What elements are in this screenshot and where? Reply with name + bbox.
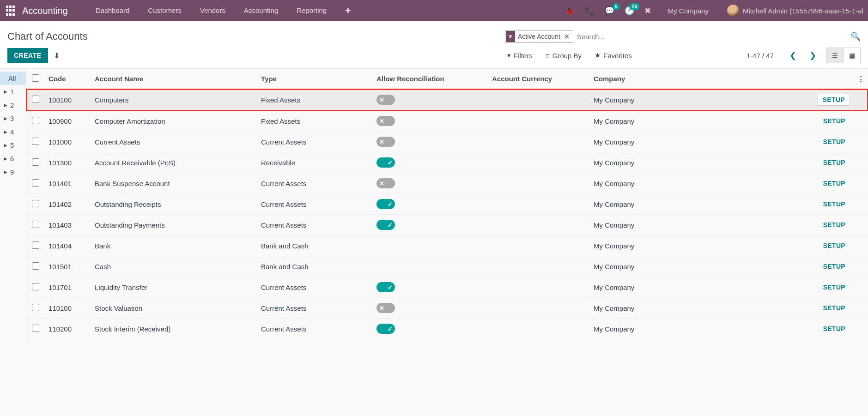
pager-prev-icon[interactable]: ❮ (787, 50, 799, 60)
tree-item-2[interactable]: ▶2 (0, 98, 26, 112)
table-row[interactable]: 101701Liquidity TransferCurrent Assets✓M… (26, 277, 868, 298)
row-checkbox[interactable] (32, 283, 39, 290)
cell-code: 110100 (45, 298, 91, 319)
setup-button[interactable]: SETUP (819, 302, 850, 314)
list-view: Code Account Name Type Allow Reconciliat… (26, 69, 868, 339)
create-button[interactable]: CREATE (7, 48, 48, 63)
setup-button[interactable]: SETUP (819, 240, 850, 251)
menu-dashboard[interactable]: Dashboard (86, 0, 139, 21)
caret-right-icon: ▶ (4, 116, 7, 121)
cell-currency (488, 111, 590, 132)
filters-dropdown[interactable]: ▾Filters (507, 51, 533, 60)
setup-button[interactable]: SETUP (819, 219, 850, 230)
col-type[interactable]: Type (257, 69, 373, 89)
import-icon[interactable]: ⬇ (54, 51, 60, 60)
table-row[interactable]: 100900Computer AmortizationFixed Assets✕… (26, 111, 868, 132)
list-view-icon[interactable]: ☰ (827, 48, 844, 63)
bug-icon[interactable]: 🐞 (565, 6, 575, 16)
setup-button[interactable]: SETUP (819, 178, 850, 189)
table-row[interactable]: 101404BankBank and CashMy CompanySETUP (26, 235, 868, 256)
reconciliation-toggle[interactable]: ✓ (376, 199, 395, 209)
filter-chip[interactable]: Active Account ✕ (515, 31, 572, 42)
setup-button[interactable]: SETUP (819, 261, 850, 272)
reconciliation-toggle[interactable]: ✕ (376, 178, 395, 188)
tree-item-9[interactable]: ▶9 (0, 165, 26, 179)
reconciliation-toggle[interactable]: ✕ (376, 303, 395, 313)
row-checkbox[interactable] (32, 262, 39, 270)
user-menu[interactable]: Mitchell Admin (15557996-saas-15-1-al (727, 5, 863, 17)
table-row[interactable]: 110200Stock Interim (Received)Current As… (26, 319, 868, 339)
cell-company: My Company (590, 298, 682, 319)
reconciliation-toggle[interactable]: ✕ (376, 116, 395, 126)
col-currency[interactable]: Account Currency (488, 69, 590, 89)
row-checkbox[interactable] (32, 96, 39, 103)
select-all-checkbox[interactable] (32, 74, 39, 82)
search-input[interactable] (573, 31, 846, 42)
col-name[interactable]: Account Name (91, 69, 257, 89)
tree-item-1[interactable]: ▶1 (0, 85, 26, 98)
table-row[interactable]: 100100ComputersFixed Assets✕My CompanySE… (26, 89, 868, 111)
tree-item-6[interactable]: ▶6 (0, 152, 26, 165)
filter-chip-close-icon[interactable]: ✕ (564, 33, 570, 40)
optional-columns-icon[interactable]: ⋮ (854, 69, 868, 89)
groupby-dropdown[interactable]: ≡Group By (546, 52, 582, 60)
col-company[interactable]: Company (590, 69, 682, 89)
tree-item-all[interactable]: All (0, 72, 26, 85)
table-row[interactable]: 101501CashBank and CashMy CompanySETUP (26, 256, 868, 277)
favorites-dropdown[interactable]: ★Favorites (595, 51, 632, 60)
row-checkbox[interactable] (32, 117, 39, 124)
row-checkbox[interactable] (32, 158, 39, 166)
funnel-icon[interactable]: ▼ (506, 31, 515, 42)
col-code[interactable]: Code (45, 69, 91, 89)
table-row[interactable]: 110100Stock ValuationCurrent Assets✕My C… (26, 298, 868, 319)
row-checkbox[interactable] (32, 325, 39, 332)
setup-button[interactable]: SETUP (819, 282, 850, 293)
activities-icon[interactable]: 🕘25 (625, 6, 634, 16)
table-row[interactable]: 101300Account Receivable (PoS)Receivable… (26, 152, 868, 173)
reconciliation-toggle[interactable]: ✓ (376, 282, 395, 292)
menu-more-icon[interactable]: ✚ (336, 0, 360, 21)
setup-button[interactable]: SETUP (819, 157, 850, 168)
tree-item-3[interactable]: ▶3 (0, 112, 26, 125)
pager[interactable]: 1-47 / 47 (747, 52, 774, 60)
reconciliation-toggle[interactable]: ✕ (376, 137, 395, 147)
close-icon[interactable]: ✖ (644, 6, 651, 16)
cell-name: Account Receivable (PoS) (91, 152, 257, 173)
menu-accounting[interactable]: Accounting (235, 0, 287, 21)
menu-customers[interactable]: Customers (139, 0, 191, 21)
table-row[interactable]: 101402Outstanding ReceiptsCurrent Assets… (26, 194, 868, 215)
row-checkbox[interactable] (32, 179, 39, 187)
setup-button[interactable]: SETUP (818, 94, 850, 106)
reconciliation-toggle[interactable]: ✕ (376, 95, 395, 105)
menu-reporting[interactable]: Reporting (287, 0, 336, 21)
setup-button[interactable]: SETUP (819, 115, 850, 127)
row-checkbox[interactable] (32, 138, 39, 145)
setup-button[interactable]: SETUP (819, 136, 850, 147)
messages-icon[interactable]: 💬5 (605, 6, 614, 16)
search-icon[interactable]: 🔍 (846, 31, 861, 42)
pager-next-icon[interactable]: ❯ (807, 50, 819, 60)
tree-item-4[interactable]: ▶4 (0, 125, 26, 139)
row-checkbox[interactable] (32, 200, 39, 207)
apps-icon[interactable] (5, 5, 16, 16)
company-selector[interactable]: My Company (668, 7, 709, 15)
tree-item-5[interactable]: ▶5 (0, 139, 26, 152)
setup-button[interactable]: SETUP (819, 199, 850, 210)
cell-name: Outstanding Payments (91, 215, 257, 235)
kanban-view-icon[interactable]: ▦ (844, 48, 860, 63)
row-checkbox[interactable] (32, 304, 39, 311)
reconciliation-toggle[interactable]: ✓ (376, 157, 395, 168)
phone-icon[interactable]: 📞 (585, 6, 595, 16)
brand[interactable]: Accounting (22, 6, 68, 16)
table-row[interactable]: 101000Current AssetsCurrent Assets✕My Co… (26, 132, 868, 152)
row-checkbox[interactable] (32, 241, 39, 249)
col-recon[interactable]: Allow Reconciliation (373, 69, 488, 89)
table-row[interactable]: 101401Bank Suspense AccountCurrent Asset… (26, 173, 868, 194)
reconciliation-toggle[interactable]: ✓ (376, 324, 395, 334)
menu-vendors[interactable]: Vendors (191, 0, 235, 21)
setup-button[interactable]: SETUP (819, 323, 850, 334)
row-checkbox[interactable] (32, 221, 39, 228)
table-row[interactable]: 101403Outstanding PaymentsCurrent Assets… (26, 215, 868, 235)
reconciliation-toggle[interactable]: ✓ (376, 220, 395, 230)
cell-currency (488, 215, 590, 235)
